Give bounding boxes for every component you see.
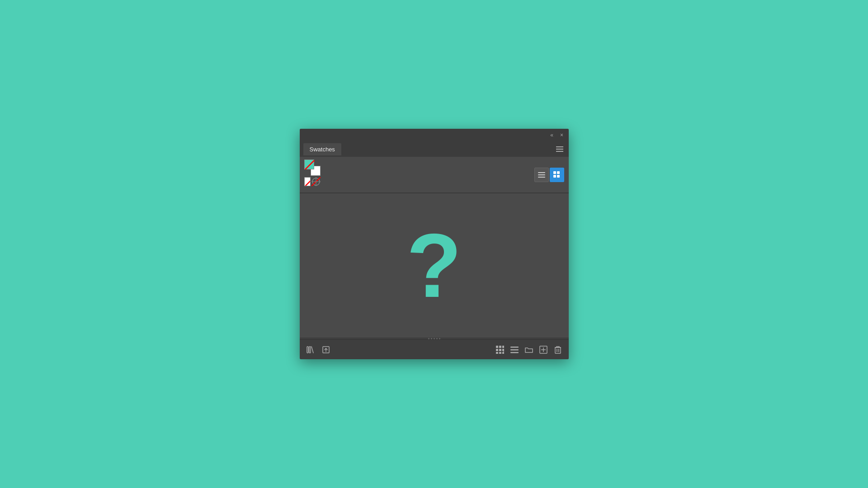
tab-swatches[interactable]: Swatches: [303, 143, 341, 155]
folder-button[interactable]: [523, 343, 535, 356]
grid-small-icon: [496, 346, 504, 354]
list-options-button[interactable]: [508, 343, 521, 356]
svg-rect-16: [496, 346, 498, 348]
swatches-panel: « × Swatches: [300, 129, 569, 359]
svg-rect-17: [499, 346, 501, 348]
svg-rect-11: [553, 175, 556, 178]
tab-bar: Swatches: [300, 141, 569, 157]
view-toggles: [534, 168, 564, 182]
svg-rect-18: [502, 346, 504, 348]
grid-options-button[interactable]: [494, 343, 506, 356]
title-bar-controls: « ×: [548, 131, 566, 139]
bottom-toolbar: [300, 339, 569, 359]
svg-rect-33: [555, 347, 561, 353]
svg-rect-20: [499, 349, 501, 351]
svg-rect-7: [538, 174, 545, 175]
bottom-right-tools: [494, 343, 564, 356]
svg-marker-25: [503, 351, 504, 352]
collapse-button[interactable]: «: [548, 131, 556, 139]
close-button[interactable]: ×: [558, 131, 566, 139]
svg-rect-23: [499, 352, 501, 354]
list-icon: [538, 171, 545, 178]
grid-icon: [553, 171, 561, 178]
svg-rect-14: [309, 347, 311, 353]
delete-icon: [554, 345, 562, 354]
library-icon: [306, 345, 315, 354]
list-small-icon: [510, 346, 519, 354]
grid-view-button[interactable]: [550, 168, 564, 182]
add-icon: [539, 346, 547, 354]
no-stroke-icon: [304, 177, 311, 186]
foreground-swatch[interactable]: [304, 160, 314, 169]
toolbar-row: [300, 157, 569, 193]
svg-rect-9: [553, 171, 556, 174]
svg-rect-10: [557, 171, 560, 174]
svg-rect-24: [502, 352, 504, 354]
no-fill-swatch[interactable]: [304, 177, 321, 190]
svg-rect-28: [510, 352, 519, 353]
svg-rect-19: [496, 349, 498, 351]
svg-rect-22: [496, 352, 498, 354]
main-content: ?: [300, 193, 569, 338]
svg-rect-13: [307, 347, 308, 353]
list-view-button[interactable]: [534, 168, 549, 182]
delete-swatch-button[interactable]: [552, 343, 564, 356]
color-swatches: [304, 160, 321, 190]
library-button[interactable]: [304, 343, 317, 356]
import-button[interactable]: [320, 343, 332, 356]
fg-bg-swatch[interactable]: [304, 160, 321, 176]
svg-line-1: [305, 178, 311, 186]
svg-rect-27: [510, 349, 519, 351]
title-bar: « ×: [300, 129, 569, 141]
svg-rect-6: [538, 172, 545, 173]
import-icon: [321, 345, 330, 354]
add-swatch-button[interactable]: [537, 343, 550, 356]
target-icon: [311, 177, 321, 186]
svg-rect-12: [557, 175, 560, 178]
bottom-left-tools: [304, 343, 332, 356]
menu-button[interactable]: [554, 145, 565, 154]
svg-rect-8: [538, 177, 545, 178]
folder-icon: [524, 346, 533, 354]
svg-rect-21: [502, 349, 504, 351]
svg-rect-26: [510, 347, 519, 348]
empty-state-icon: ?: [406, 221, 462, 311]
